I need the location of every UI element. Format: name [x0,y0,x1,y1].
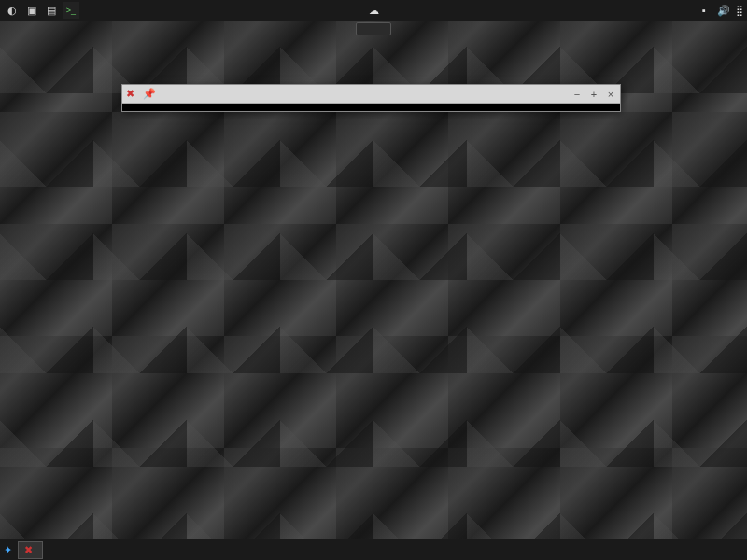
task-icon: ✖ [24,544,33,556]
window-icon: ✖ [126,88,139,101]
power-icon[interactable]: ⣿ [736,5,743,17]
terminal-window: ✖ 📌 − + × [121,84,621,112]
file-manager-icon[interactable]: ▣ [23,2,40,19]
minimize-button[interactable]: − [571,89,583,100]
app-menu-icon[interactable]: ◐ [4,2,21,19]
window-titlebar[interactable]: ✖ 📌 − + × [122,85,620,104]
volume-icon[interactable]: 🔊 [717,5,730,17]
weather-icon[interactable]: ☁ [369,5,379,17]
top-panel: ◐ ▣ ▤ >_ ☁ ▪ 🔊 ⣿ [0,0,747,21]
show-desktop-icon[interactable]: ✦ [4,544,12,556]
date-tooltip [356,22,391,35]
pin-icon[interactable]: 📌 [143,88,156,100]
bottom-panel: ✦ ✖ [0,539,747,560]
maximize-button[interactable]: + [588,89,599,100]
terminal-content[interactable] [122,104,620,111]
taskbar-item-uxterm[interactable]: ✖ [18,541,43,559]
tray-icon[interactable]: ▪ [702,5,706,16]
terminal-icon[interactable]: >_ [63,2,79,19]
close-button[interactable]: × [605,89,616,100]
browser-icon[interactable]: ▤ [43,2,60,19]
